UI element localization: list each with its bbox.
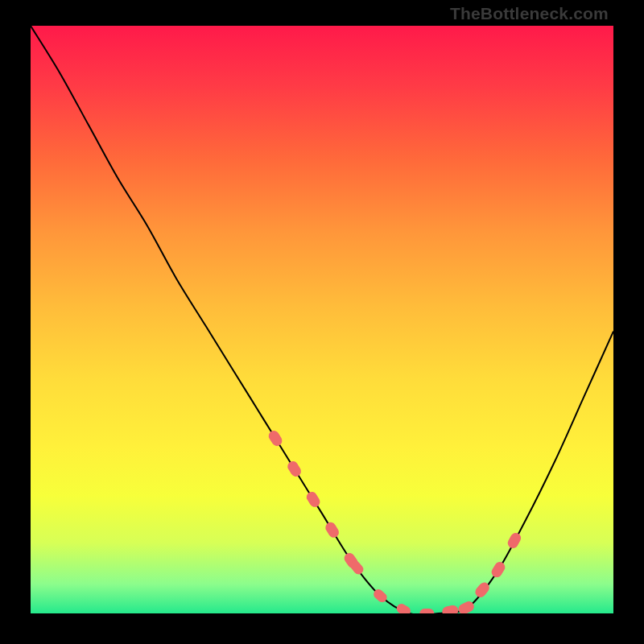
highlight-dash [342, 551, 360, 570]
curve-path [31, 26, 613, 613]
highlight-dash [473, 580, 492, 600]
highlight-dash [506, 531, 522, 551]
highlight-dash [442, 605, 458, 613]
highlight-dash [266, 429, 284, 448]
highlight-dash [419, 609, 434, 613]
highlight-dash [456, 600, 476, 613]
highlight-dash [372, 588, 389, 605]
highlight-dash [304, 489, 322, 509]
highlight-dash [489, 560, 507, 580]
highlight-dash [286, 459, 303, 478]
highlight-dash [441, 605, 459, 613]
highlight-dash [395, 602, 413, 613]
highlight-dash [349, 559, 365, 576]
dotted-highlight [31, 26, 613, 613]
chart-plot-area [31, 26, 613, 613]
watermark-text: TheBottleneck.com [450, 5, 609, 22]
bottleneck-curve [31, 26, 613, 613]
highlight-dash [324, 520, 341, 539]
